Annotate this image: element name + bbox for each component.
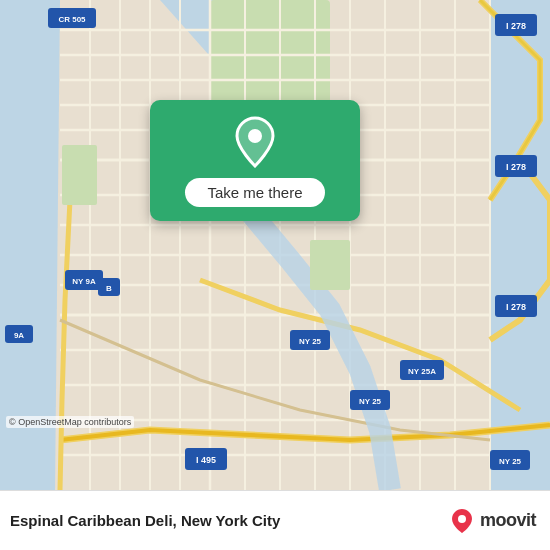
map-attribution: © OpenStreetMap contributors bbox=[6, 416, 134, 428]
bottom-bar: Espinal Caribbean Deli, New York City mo… bbox=[0, 490, 550, 550]
svg-text:NY 25: NY 25 bbox=[359, 397, 382, 406]
moovit-brand-text: moovit bbox=[480, 510, 536, 531]
svg-text:NY 25: NY 25 bbox=[299, 337, 322, 346]
svg-text:NY 25: NY 25 bbox=[499, 457, 522, 466]
svg-text:I 278: I 278 bbox=[506, 302, 526, 312]
svg-text:NY 25A: NY 25A bbox=[408, 367, 436, 376]
moovit-pin-icon bbox=[448, 507, 476, 535]
svg-text:NY 9A: NY 9A bbox=[72, 277, 96, 286]
moovit-logo: moovit bbox=[448, 507, 536, 535]
svg-point-60 bbox=[458, 515, 466, 523]
svg-text:CR 505: CR 505 bbox=[58, 15, 86, 24]
place-name: Espinal Caribbean Deli, New York City bbox=[10, 512, 280, 529]
svg-text:B: B bbox=[106, 284, 112, 293]
map-container: I 278 I 278 I 278 I 495 NY 25 NY 25A NY … bbox=[0, 0, 550, 490]
svg-text:I 278: I 278 bbox=[506, 21, 526, 31]
svg-rect-58 bbox=[310, 240, 350, 290]
svg-rect-57 bbox=[62, 145, 97, 205]
svg-text:I 495: I 495 bbox=[196, 455, 216, 465]
navigation-popup: Take me there bbox=[150, 100, 360, 221]
take-me-there-button[interactable]: Take me there bbox=[185, 178, 324, 207]
svg-text:I 278: I 278 bbox=[506, 162, 526, 172]
svg-text:9A: 9A bbox=[14, 331, 24, 340]
svg-point-59 bbox=[248, 129, 262, 143]
location-pin-icon bbox=[231, 118, 279, 166]
